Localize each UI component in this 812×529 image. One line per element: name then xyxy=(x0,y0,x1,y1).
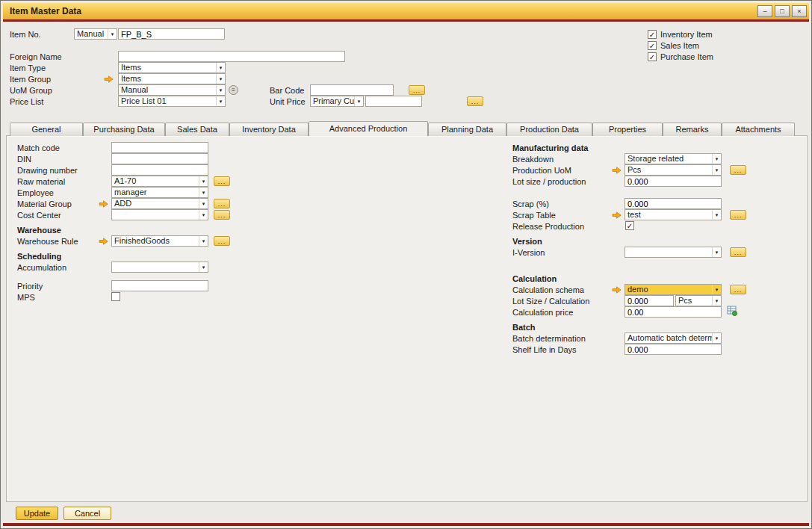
match-code-input[interactable] xyxy=(111,142,208,153)
item-no-mode-select[interactable]: Manual ▼ xyxy=(74,28,117,40)
close-button[interactable]: × xyxy=(792,5,807,17)
inventory-item-checkbox[interactable] xyxy=(648,30,657,39)
price-list-select[interactable]: Price List 01 ▼ xyxy=(118,96,226,107)
bar-code-label: Bar Code xyxy=(270,85,304,96)
scrap-pct-input[interactable] xyxy=(625,198,722,209)
release-production-label: Release Production xyxy=(512,221,584,232)
tab-attachments[interactable]: Attachments xyxy=(722,123,795,136)
calculation-schema-select[interactable]: demo ▼ xyxy=(625,284,722,295)
warehouse-rule-browse-button[interactable]: ... xyxy=(214,236,230,246)
unit-price-currency-select[interactable]: Primary Curr ▼ xyxy=(310,96,364,107)
tab-planning-data[interactable]: Planning Data xyxy=(428,123,506,136)
unit-price-label: Unit Price xyxy=(270,96,306,108)
purchase-item-checkbox[interactable] xyxy=(648,52,657,61)
drawing-number-input[interactable] xyxy=(111,164,208,176)
chevron-down-icon: ▼ xyxy=(712,154,721,164)
item-group-label: Item Group xyxy=(10,74,51,85)
shelf-life-in-days-input[interactable] xyxy=(625,344,722,355)
sales-item-checkbox[interactable] xyxy=(648,41,657,50)
chevron-down-icon: ▼ xyxy=(712,296,721,306)
breakdown-label: Breakdown xyxy=(512,154,554,165)
unit-price-currency-value: Primary Curr xyxy=(311,96,354,106)
din-input[interactable] xyxy=(111,153,208,164)
tab-production-data[interactable]: Production Data xyxy=(506,123,592,136)
drawing-number-label: Drawing number xyxy=(17,165,78,176)
tab-general[interactable]: General xyxy=(10,123,83,136)
material-group-browse-button[interactable]: ... xyxy=(214,199,230,208)
calculation-schema-browse-button[interactable]: ... xyxy=(730,285,746,294)
item-type-select[interactable]: Items ▼ xyxy=(118,62,226,73)
accumulation-value xyxy=(112,262,199,272)
breakdown-select[interactable]: Storage related ▼ xyxy=(625,153,722,164)
calculation-schema-link-arrow-icon[interactable] xyxy=(612,286,622,294)
material-group-select[interactable]: ADD ▼ xyxy=(111,198,208,209)
foreign-name-input[interactable] xyxy=(118,51,345,62)
chevron-down-icon: ▼ xyxy=(199,210,208,220)
calculation-price-input[interactable] xyxy=(625,306,722,318)
chevron-down-icon: ▼ xyxy=(216,63,225,72)
raw-material-select[interactable]: A1-70 ▼ xyxy=(111,176,208,187)
tab-remarks[interactable]: Remarks xyxy=(663,123,722,136)
accumulation-select[interactable]: ▼ xyxy=(111,262,208,273)
item-type-label: Item Type xyxy=(10,63,46,74)
recalculate-icon[interactable] xyxy=(727,306,737,316)
material-group-link-arrow-icon[interactable] xyxy=(99,200,108,208)
chevron-down-icon: ▼ xyxy=(712,165,721,175)
cancel-button[interactable]: Cancel xyxy=(63,507,111,520)
uom-group-select[interactable]: Manual ▼ xyxy=(118,84,226,96)
titlebar: Item Master Data – □ × xyxy=(3,3,809,19)
production-uom-label: Production UoM xyxy=(512,165,571,176)
uom-group-detail-icon[interactable]: ≡ xyxy=(229,85,238,95)
uom-group-value: Manual xyxy=(119,85,216,95)
update-button[interactable]: Update xyxy=(16,507,58,520)
cost-center-value xyxy=(112,210,199,220)
item-group-select[interactable]: Items ▼ xyxy=(118,73,226,84)
chevron-down-icon: ▼ xyxy=(216,96,225,106)
i-version-select[interactable]: ▼ xyxy=(625,247,722,258)
tab-inventory-data[interactable]: Inventory Data xyxy=(229,123,309,136)
batch-determination-select[interactable]: Automatic batch determina ▼ xyxy=(625,332,722,344)
shelf-life-in-days-label: Shelf Life in Days xyxy=(512,344,577,356)
i-version-browse-button[interactable]: ... xyxy=(730,247,746,257)
lot-size-calculation-uom-value: Pcs xyxy=(676,296,712,306)
unit-price-browse-button[interactable]: ... xyxy=(467,96,483,106)
production-uom-browse-button[interactable]: ... xyxy=(730,165,746,175)
unit-price-input[interactable] xyxy=(365,96,422,107)
scrap-table-select[interactable]: test ▼ xyxy=(625,209,722,220)
titlebar-divider xyxy=(3,19,809,22)
item-group-link-arrow-icon[interactable] xyxy=(104,75,114,83)
production-uom-select[interactable]: Pcs ▼ xyxy=(625,164,722,176)
production-uom-link-arrow-icon[interactable] xyxy=(612,167,622,174)
release-production-checkbox[interactable] xyxy=(625,221,634,230)
tab-properties[interactable]: Properties xyxy=(592,123,663,136)
breakdown-value: Storage related xyxy=(625,154,712,164)
bar-code-input[interactable] xyxy=(310,84,394,96)
tab-purchasing-data[interactable]: Purchasing Data xyxy=(83,123,165,136)
scrap-table-link-arrow-icon[interactable] xyxy=(612,211,622,219)
version-section-header: Version xyxy=(512,236,542,247)
item-group-value: Items xyxy=(119,74,216,84)
bar-code-browse-button[interactable]: ... xyxy=(409,85,425,95)
employee-select[interactable]: manager ▼ xyxy=(111,187,208,198)
maximize-button[interactable]: □ xyxy=(775,5,790,17)
chevron-down-icon: ▼ xyxy=(712,210,721,220)
warehouse-rule-value: FinishedGoods xyxy=(112,236,199,246)
cost-center-browse-button[interactable]: ... xyxy=(214,210,230,220)
chevron-down-icon: ▼ xyxy=(712,285,721,294)
warehouse-rule-select[interactable]: FinishedGoods ▼ xyxy=(111,235,208,247)
tab-sales-data[interactable]: Sales Data xyxy=(165,123,229,136)
scheduling-section-header: Scheduling xyxy=(17,251,61,262)
scrap-table-browse-button[interactable]: ... xyxy=(730,210,746,220)
priority-input[interactable] xyxy=(111,280,208,291)
mps-checkbox[interactable] xyxy=(111,292,120,301)
lot-size-production-input[interactable] xyxy=(625,176,722,187)
item-no-input[interactable] xyxy=(118,28,225,40)
raw-material-browse-button[interactable]: ... xyxy=(214,176,230,186)
foreign-name-label: Foreign Name xyxy=(10,52,62,63)
lot-size-calculation-uom-select[interactable]: Pcs ▼ xyxy=(675,295,722,306)
minimize-button[interactable]: – xyxy=(757,5,772,17)
tab-advanced-production[interactable]: Advanced Production xyxy=(309,121,428,136)
warehouse-rule-link-arrow-icon[interactable] xyxy=(99,238,108,245)
lot-size-calculation-input[interactable] xyxy=(625,295,674,306)
cost-center-select[interactable]: ▼ xyxy=(111,209,208,220)
